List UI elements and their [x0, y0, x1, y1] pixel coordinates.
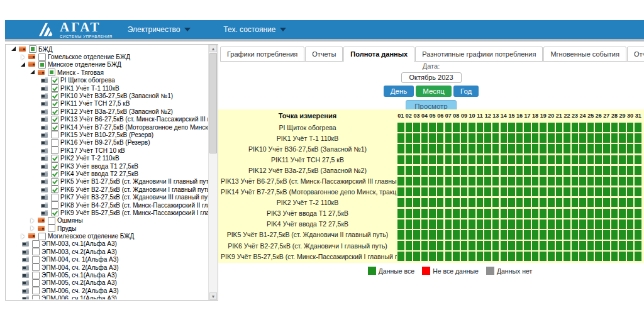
tree-node[interactable]: ЭПМ-004, сч. 2(Альфа А3) — [7, 264, 208, 271]
tab-3[interactable]: Разнотипные графики потребления — [415, 47, 543, 62]
tree-node[interactable]: ЭПМ-005, сч.2(Альфа А3) — [7, 279, 208, 287]
collapse-arrow-icon[interactable] — [11, 46, 17, 52]
tree-node[interactable]: Гомельское отделение БЖД — [7, 53, 208, 60]
node-checkbox[interactable] — [51, 77, 58, 84]
tree-node[interactable]: Минское отделение БЖД — [7, 61, 208, 69]
tree-node[interactable]: Могилевское отделение БЖД — [7, 232, 208, 240]
tab-2[interactable]: Полнота данных — [343, 47, 414, 62]
meter-icon — [40, 116, 49, 123]
tree-node[interactable]: PIK5 Учёт В1-27,5кВ (ст. Ждановичи II гл… — [7, 178, 208, 186]
expand-arrow-icon[interactable] — [20, 54, 26, 60]
node-checkbox[interactable] — [51, 92, 58, 100]
node-checkbox[interactable] — [51, 100, 58, 108]
tree-node[interactable]: ЭПМ-003, сч.2(Альфа А3) — [7, 248, 208, 255]
tree-node[interactable]: PIK15 Учёт В10-27,5кВ (Резерв) — [7, 131, 208, 138]
tree-node[interactable]: PIK17 Учёт ТСН 10 кВ — [7, 147, 208, 154]
tree-node[interactable]: ЭПМ-003, сч.1(Альфа А3) — [7, 240, 208, 248]
scroll-down-icon[interactable]: ▼ — [209, 292, 217, 300]
menu-item-0[interactable]: Электричество — [128, 25, 191, 34]
tree-node[interactable]: PIK12 Учёт В3а-27,5кВ (Запасной №2) — [7, 108, 208, 115]
tab-5[interactable]: Отчеты за период — [627, 47, 644, 62]
node-checkbox[interactable] — [48, 225, 55, 232]
node-checkbox[interactable] — [32, 248, 40, 255]
node-checkbox[interactable] — [29, 45, 36, 53]
period-button-2[interactable]: Год — [453, 86, 479, 97]
tree-node[interactable]: PIK3 Учёт ввода Т1 27,5кВ — [7, 162, 208, 170]
tree-node[interactable]: PIK13 Учёт В6-27,5кВ (ст. Минск-Пассажир… — [7, 116, 208, 123]
tree-node[interactable]: Минск - Тяговая — [7, 69, 208, 76]
app-logo[interactable]: АГАТ СИСТЕМЫ УПРАВЛЕНИЯ — [38, 21, 113, 38]
tree-node[interactable]: ЭПМ-006, сч. 2(Альфа А3) — [7, 287, 208, 294]
node-checkbox[interactable] — [32, 272, 40, 279]
node-checkbox[interactable] — [51, 108, 58, 115]
node-checkbox[interactable] — [51, 155, 58, 162]
node-checkbox[interactable] — [48, 69, 55, 76]
tab-1[interactable]: Отчеты — [305, 47, 343, 62]
node-checkbox[interactable] — [38, 53, 46, 61]
data-cell — [572, 166, 579, 175]
node-checkbox[interactable] — [51, 147, 58, 154]
node-checkbox[interactable] — [32, 240, 40, 248]
node-checkbox[interactable] — [51, 178, 58, 186]
data-cell — [564, 219, 570, 229]
data-cell — [484, 133, 491, 143]
tree-node[interactable]: ЭПМ-005, сч.1(Альфа А3) — [7, 271, 208, 279]
scroll-up-icon[interactable]: ▲ — [209, 45, 217, 52]
tree-node[interactable]: PIK6 Учёт В2-27,5кВ (ст. Ждановичи I гла… — [7, 186, 208, 193]
node-checkbox[interactable] — [32, 287, 40, 294]
tree-node[interactable]: PIK16 Учёт В9-27,5кВ (Резерв) — [7, 139, 208, 147]
data-cell — [508, 241, 515, 250]
node-checkbox[interactable] — [51, 162, 58, 170]
tree-node[interactable]: ЭПМ-004, сч. 1(Альфа А3) — [7, 256, 208, 264]
node-checkbox[interactable] — [51, 131, 58, 138]
data-cell — [406, 187, 413, 197]
node-checkbox[interactable] — [51, 186, 58, 193]
date-input[interactable] — [401, 72, 462, 83]
tree-node[interactable]: ЭПМ-006, сч.1(Альфа А3) — [7, 295, 208, 300]
tree-node[interactable]: Ошмяны — [7, 217, 208, 225]
tree-node[interactable]: PIK2 Учёт Т-2 110кВ — [7, 154, 208, 162]
tree-scrollbar[interactable]: ▲ ▼ — [208, 45, 218, 300]
menu-item-1[interactable]: Тех. состояние — [223, 25, 286, 34]
collapse-arrow-icon[interactable] — [20, 62, 26, 68]
node-checkbox[interactable] — [48, 217, 55, 225]
tree-node[interactable]: PIK9 Учёт В5-27,5кВ (ст. Минск-Пассажирс… — [7, 209, 208, 216]
tree-node[interactable]: PIK1 Учёт Т-1 110кВ — [7, 84, 208, 92]
node-checkbox[interactable] — [32, 295, 40, 299]
node-checkbox[interactable] — [51, 170, 58, 177]
tree-node[interactable]: PIK7 Учёт В3-27,5кВ (ст. Ждановичи III г… — [7, 193, 208, 201]
node-checkbox[interactable] — [32, 256, 40, 264]
tree-node[interactable]: БЖД — [7, 45, 208, 53]
data-cell — [572, 252, 579, 261]
node-checkbox[interactable] — [51, 194, 58, 201]
tree-node[interactable]: PIK11 Учёт ТСН 27,5 кВ — [7, 100, 208, 108]
expand-arrow-icon[interactable] — [30, 225, 36, 231]
period-button-0[interactable]: День — [384, 86, 414, 97]
tree-node[interactable]: PIK10 Учёт В3б-27,5кВ (Запасной №1) — [7, 92, 208, 99]
node-checkbox[interactable] — [51, 139, 58, 147]
collapse-arrow-icon[interactable] — [30, 69, 36, 75]
node-checkbox[interactable] — [51, 209, 58, 216]
expand-arrow-icon[interactable] — [30, 218, 36, 224]
scrollbar-thumb[interactable] — [209, 53, 217, 153]
node-checkbox[interactable] — [51, 84, 58, 92]
node-checkbox[interactable] — [51, 116, 58, 123]
data-cell — [587, 133, 594, 143]
data-cell — [406, 209, 413, 218]
node-checkbox[interactable] — [38, 233, 46, 240]
period-button-1[interactable]: Месяц — [416, 86, 452, 97]
data-cell — [421, 166, 428, 175]
tree-node[interactable]: PIK4 Учёт ввода Т2 27,5кВ — [7, 170, 208, 177]
node-checkbox[interactable] — [32, 279, 40, 287]
tree-node[interactable]: PIK8 Учёт В4-27,5кВ (ст. Минск-Пассажирс… — [7, 201, 208, 209]
tree-node[interactable]: PI Щиток обогрева — [7, 77, 208, 84]
tab-4[interactable]: Мгновенные события — [543, 47, 626, 62]
node-checkbox[interactable] — [51, 123, 58, 131]
node-checkbox[interactable] — [38, 61, 46, 69]
tab-0[interactable]: Графики потребления — [220, 47, 304, 62]
expand-arrow-icon[interactable] — [20, 233, 26, 240]
tree-node[interactable]: PIK14 Учёт В7-27,5кВ (Моторвагонное депо… — [7, 123, 208, 131]
node-checkbox[interactable] — [32, 264, 40, 271]
node-checkbox[interactable] — [51, 201, 58, 209]
tree-node[interactable]: Пруды — [7, 225, 208, 232]
